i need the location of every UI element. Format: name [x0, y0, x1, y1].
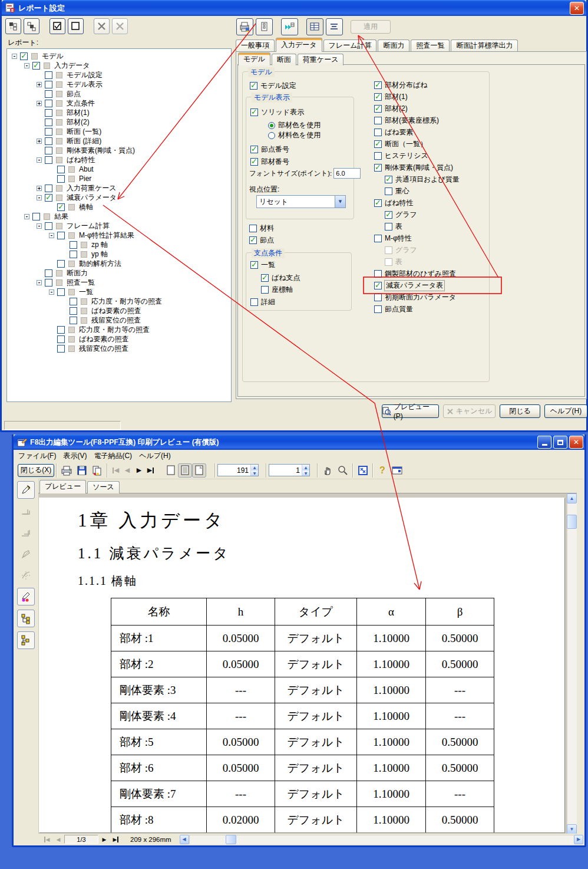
tree-item[interactable]: モデル設定: [9, 70, 231, 80]
tree-item[interactable]: Pier: [9, 174, 231, 183]
tree-item[interactable]: zp 軸: [9, 240, 231, 249]
tree-checkbox[interactable]: [70, 298, 77, 305]
tree-checkbox[interactable]: [45, 90, 52, 98]
tree-checkbox[interactable]: [32, 213, 40, 220]
tree-checkbox[interactable]: [70, 251, 77, 258]
close-button[interactable]: 閉じる: [500, 404, 540, 418]
tree-checkbox[interactable]: [45, 119, 52, 126]
print-preview-icon[interactable]: [236, 18, 253, 35]
checkbox[interactable]: [261, 286, 269, 294]
viewpoint-combobox[interactable]: リセット: [256, 195, 346, 208]
tree-item[interactable]: 断面 (一覧): [9, 127, 231, 136]
expand-tree-icon[interactable]: [5, 18, 21, 34]
check-all-icon[interactable]: [49, 18, 65, 34]
tab-preview[interactable]: プレビュー: [39, 480, 86, 493]
subtab-section[interactable]: 断面: [272, 54, 296, 65]
tree-checkbox[interactable]: [45, 147, 52, 154]
tree-checkbox[interactable]: [57, 232, 65, 239]
tree-checkbox[interactable]: [45, 194, 52, 202]
checkbox[interactable]: [250, 108, 258, 116]
tree-item[interactable]: -フレーム計算: [9, 221, 231, 231]
tree-checkbox[interactable]: [45, 279, 52, 287]
tree-item[interactable]: -ばね特性: [9, 155, 231, 164]
tree-item[interactable]: -M-φ特性計算結果: [9, 231, 231, 240]
delete-icon[interactable]: [94, 18, 110, 34]
tree-checkbox[interactable]: [45, 109, 52, 117]
maximize-icon[interactable]: [553, 436, 567, 449]
scroll-left-icon[interactable]: [180, 835, 189, 844]
tree-checkbox[interactable]: [32, 62, 40, 70]
zoom-input[interactable]: [218, 465, 250, 476]
tree-item[interactable]: 節点: [9, 89, 231, 98]
radio-button[interactable]: [268, 132, 275, 139]
tree-checkbox[interactable]: [57, 288, 65, 296]
checkbox[interactable]: [385, 258, 392, 266]
tree-item[interactable]: ばね要素の照査: [9, 306, 231, 315]
tree-checkbox[interactable]: [45, 185, 52, 192]
report-tree[interactable]: -モデル-入力データモデル設定+モデル表示節点+支点条件部材(1)部材(2)断面…: [6, 48, 232, 402]
checkbox[interactable]: [385, 211, 392, 219]
checkbox[interactable]: [374, 164, 382, 172]
pen-icon[interactable]: [17, 481, 35, 499]
tab-check-list[interactable]: 照査一覧: [411, 40, 450, 52]
checkbox[interactable]: [374, 152, 382, 160]
tree-checkbox[interactable]: [57, 335, 65, 343]
tree-checkbox[interactable]: [57, 203, 65, 211]
tree-item[interactable]: ばね要素の照査: [9, 334, 231, 344]
first-page-icon[interactable]: [110, 464, 121, 477]
checkbox[interactable]: [385, 223, 392, 231]
tree-item[interactable]: -減衰パラメータ: [9, 193, 231, 202]
expand-icon[interactable]: +: [37, 101, 42, 106]
tab-general[interactable]: 一般事項: [236, 40, 275, 52]
checkbox[interactable]: [374, 140, 382, 148]
printer-icon[interactable]: [59, 463, 74, 478]
tab-frame-calc[interactable]: フレーム計算: [323, 40, 377, 52]
checkbox[interactable]: [374, 235, 382, 242]
tree-item[interactable]: +モデル表示: [9, 80, 231, 89]
minimize-icon[interactable]: [537, 436, 551, 449]
checkbox[interactable]: [385, 176, 392, 183]
horizontal-scrollbar[interactable]: [189, 835, 574, 844]
checkbox[interactable]: [385, 246, 392, 254]
expand-icon[interactable]: +: [37, 139, 42, 144]
expand-icon[interactable]: +: [37, 82, 42, 87]
close-icon[interactable]: ✕: [569, 436, 583, 449]
tree-checkbox[interactable]: [45, 128, 52, 136]
tree-item[interactable]: 剛体要素(剛域・質点): [9, 146, 231, 155]
page-spinner[interactable]: [269, 464, 310, 476]
preview-titlebar[interactable]: F8出力編集ツール(F8-PPF互換) 印刷プレビュー (有償版) ✕: [14, 434, 584, 450]
menu-help[interactable]: ヘルプ(H): [136, 450, 174, 462]
tree-item[interactable]: -モデル: [9, 51, 231, 61]
scroll-up-icon[interactable]: ▲: [567, 493, 577, 503]
checkbox[interactable]: [250, 261, 258, 269]
checkbox[interactable]: [250, 158, 258, 166]
tree-checkbox[interactable]: [70, 241, 77, 249]
zoom-icon[interactable]: [335, 463, 351, 478]
collapse-icon[interactable]: -: [49, 233, 54, 238]
spin-up-icon[interactable]: [302, 465, 309, 470]
checkbox[interactable]: [374, 81, 382, 89]
tab-section-force[interactable]: 断面力: [378, 40, 409, 52]
spin-down-icon[interactable]: [302, 470, 309, 476]
tree-checkbox[interactable]: [57, 326, 65, 334]
tree-item[interactable]: 残留変位の照査: [9, 315, 231, 325]
checkbox[interactable]: [374, 199, 382, 207]
tree-checkbox[interactable]: [45, 156, 52, 164]
last-page-icon[interactable]: [145, 464, 157, 477]
fit-page-icon[interactable]: [355, 463, 371, 478]
scroll-down-icon[interactable]: ▼: [567, 824, 577, 834]
tree-checkbox[interactable]: [57, 345, 65, 353]
dialog-titlebar[interactable]: 8 レポート設定 ✕: [2, 0, 586, 16]
collapse-icon[interactable]: -: [24, 214, 29, 219]
tree-item[interactable]: +断面 (詳細): [9, 136, 231, 146]
table-view-icon[interactable]: [306, 18, 323, 35]
subtab-load-case[interactable]: 荷重ケース: [298, 54, 344, 65]
tree-item[interactable]: 部材(1): [9, 108, 231, 117]
collapse-icon[interactable]: -: [37, 280, 42, 285]
spin-down-icon[interactable]: [251, 470, 258, 476]
tree-item[interactable]: +入力荷重ケース: [9, 183, 231, 193]
save-icon[interactable]: [74, 463, 90, 478]
checkbox[interactable]: [250, 82, 257, 90]
tree-item[interactable]: -照査一覧: [9, 278, 231, 287]
cancel-button[interactable]: キャンセル: [443, 404, 495, 418]
